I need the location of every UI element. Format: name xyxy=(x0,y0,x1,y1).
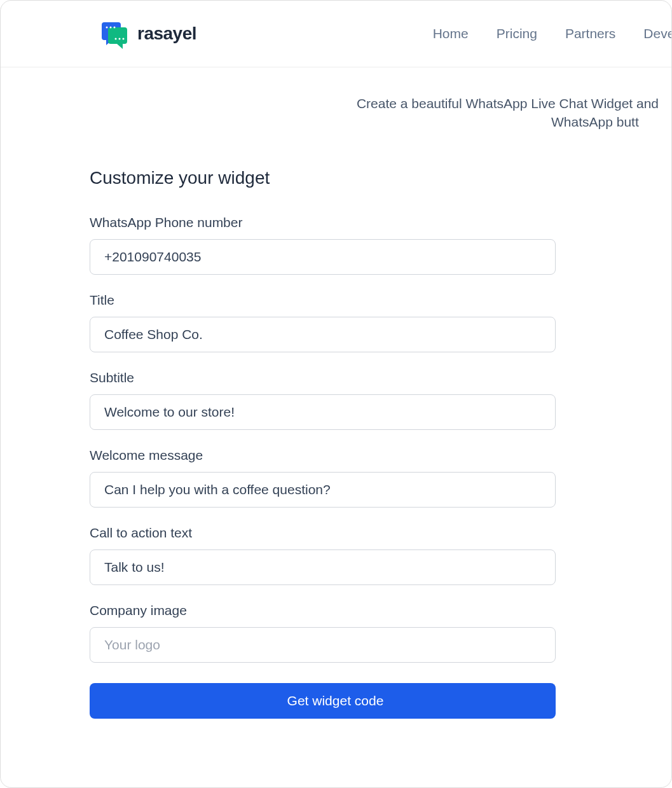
hero-subtitle-line2: WhatsApp butt xyxy=(1,114,671,130)
svg-point-3 xyxy=(115,38,117,40)
main-content: Customize your widget WhatsApp Phone num… xyxy=(1,130,671,719)
svg-point-0 xyxy=(106,27,108,29)
form-group-subtitle: Subtitle xyxy=(90,370,582,430)
site-header: rasayel Home Pricing Partners Devel xyxy=(1,1,671,67)
cta-label: Call to action text xyxy=(90,525,582,541)
form-section-title: Customize your widget xyxy=(90,168,582,188)
welcome-label: Welcome message xyxy=(90,448,582,463)
title-label: Title xyxy=(90,293,582,308)
form-group-welcome: Welcome message xyxy=(90,448,582,508)
svg-point-5 xyxy=(123,38,125,40)
nav-link-home[interactable]: Home xyxy=(433,26,469,41)
nav-link-partners[interactable]: Partners xyxy=(565,26,615,41)
svg-point-4 xyxy=(119,38,121,40)
form-group-cta: Call to action text xyxy=(90,525,582,585)
form-group-title: Title xyxy=(90,293,582,352)
company-image-input[interactable] xyxy=(90,627,556,663)
welcome-input[interactable] xyxy=(90,472,556,508)
nav-link-pricing[interactable]: Pricing xyxy=(497,26,537,41)
brand-logo-icon xyxy=(99,18,130,49)
main-nav: Home Pricing Partners Devel xyxy=(433,26,671,41)
form-group-company-image: Company image xyxy=(90,603,582,663)
cta-input[interactable] xyxy=(90,550,556,585)
phone-input[interactable] xyxy=(90,239,556,275)
get-widget-code-button[interactable]: Get widget code xyxy=(90,683,556,719)
hero-subtitle-line1: Create a beautiful WhatsApp Live Chat Wi… xyxy=(1,67,671,114)
phone-label: WhatsApp Phone number xyxy=(90,215,582,230)
svg-point-1 xyxy=(110,27,112,29)
nav-link-developers[interactable]: Devel xyxy=(643,26,672,41)
title-input[interactable] xyxy=(90,317,556,352)
svg-point-2 xyxy=(114,27,116,29)
brand-logo[interactable]: rasayel xyxy=(99,18,196,49)
subtitle-input[interactable] xyxy=(90,394,556,430)
form-group-phone: WhatsApp Phone number xyxy=(90,215,582,275)
brand-name: rasayel xyxy=(137,24,196,44)
subtitle-label: Subtitle xyxy=(90,370,582,385)
company-image-label: Company image xyxy=(90,603,582,618)
